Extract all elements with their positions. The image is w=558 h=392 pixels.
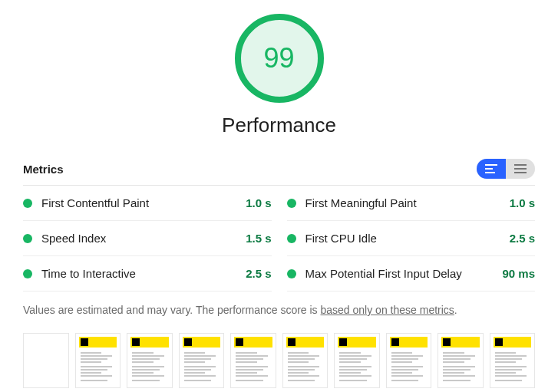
filmstrip-frame[interactable] <box>437 333 484 388</box>
footnote-link[interactable]: based only on these metrics <box>321 304 454 316</box>
status-dot-icon <box>23 269 32 278</box>
filmstrip-frame[interactable] <box>75 333 121 388</box>
metric-row: First Meaningful Paint1.0 s <box>287 186 536 221</box>
align-left-icon <box>485 164 497 173</box>
metric-value: 90 ms <box>502 267 535 280</box>
metric-name: First Meaningful Paint <box>305 196 510 209</box>
metric-name: Speed Index <box>41 232 246 245</box>
footnote-suffix: . <box>454 304 457 316</box>
view-toggle-compact[interactable] <box>506 159 535 179</box>
metric-name: Time to Interactive <box>41 267 246 280</box>
score-value: 99 <box>263 42 294 74</box>
metric-value: 1.0 s <box>510 196 535 209</box>
filmstrip-frame[interactable] <box>334 333 380 388</box>
filmstrip-frame[interactable] <box>179 333 225 388</box>
status-dot-icon <box>287 269 296 278</box>
metric-name: First CPU Idle <box>305 232 510 245</box>
view-toggle <box>477 159 535 179</box>
svg-rect-3 <box>514 164 527 166</box>
score-gauge: 99 <box>235 14 324 103</box>
metric-value: 1.5 s <box>246 232 271 245</box>
metric-row: Time to Interactive2.5 s <box>23 256 272 292</box>
filmstrip-frame[interactable] <box>23 333 69 388</box>
align-justify-icon <box>514 164 527 173</box>
status-dot-icon <box>287 199 296 208</box>
svg-rect-1 <box>485 168 493 170</box>
metrics-grid: First Contentful Paint1.0 sFirst Meaning… <box>23 186 535 292</box>
metric-row: Speed Index1.5 s <box>23 221 272 256</box>
status-dot-icon <box>287 234 296 243</box>
metric-row: First Contentful Paint1.0 s <box>23 186 272 221</box>
metric-value: 2.5 s <box>510 232 535 245</box>
filmstrip-frame[interactable] <box>230 333 276 388</box>
metric-row: Max Potential First Input Delay90 ms <box>287 256 536 292</box>
filmstrip-frame[interactable] <box>282 333 329 388</box>
view-toggle-expanded[interactable] <box>477 159 506 179</box>
filmstrip <box>23 333 535 388</box>
status-dot-icon <box>23 234 32 243</box>
svg-rect-4 <box>514 168 527 170</box>
metric-value: 1.0 s <box>246 196 271 209</box>
score-gauge-section: 99 Performance <box>23 14 535 137</box>
footnote-prefix: Values are estimated and may vary. The p… <box>23 304 321 316</box>
metric-row: First CPU Idle2.5 s <box>287 221 536 256</box>
gauge-title: Performance <box>222 114 336 137</box>
svg-rect-2 <box>485 172 495 173</box>
filmstrip-frame[interactable] <box>127 333 173 388</box>
svg-rect-0 <box>485 164 497 166</box>
svg-rect-5 <box>514 172 527 173</box>
footnote: Values are estimated and may vary. The p… <box>23 304 535 316</box>
metric-name: Max Potential First Input Delay <box>305 267 503 280</box>
filmstrip-frame[interactable] <box>490 333 536 388</box>
metrics-heading: Metrics <box>23 163 64 176</box>
status-dot-icon <box>23 199 32 208</box>
filmstrip-frame[interactable] <box>386 333 432 388</box>
metric-name: First Contentful Paint <box>41 196 246 209</box>
metric-value: 2.5 s <box>246 267 271 280</box>
